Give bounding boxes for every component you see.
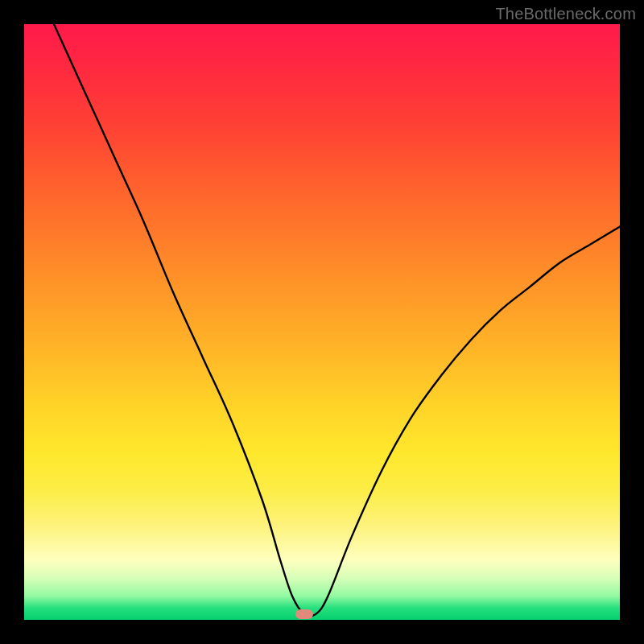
attribution-label: TheBottleneck.com [495, 5, 636, 23]
plot-area [24, 24, 620, 620]
chart-stage: TheBottleneck.com [0, 0, 644, 644]
curve-path [54, 24, 620, 616]
bottleneck-curve [24, 24, 620, 620]
optimal-marker [295, 609, 313, 619]
